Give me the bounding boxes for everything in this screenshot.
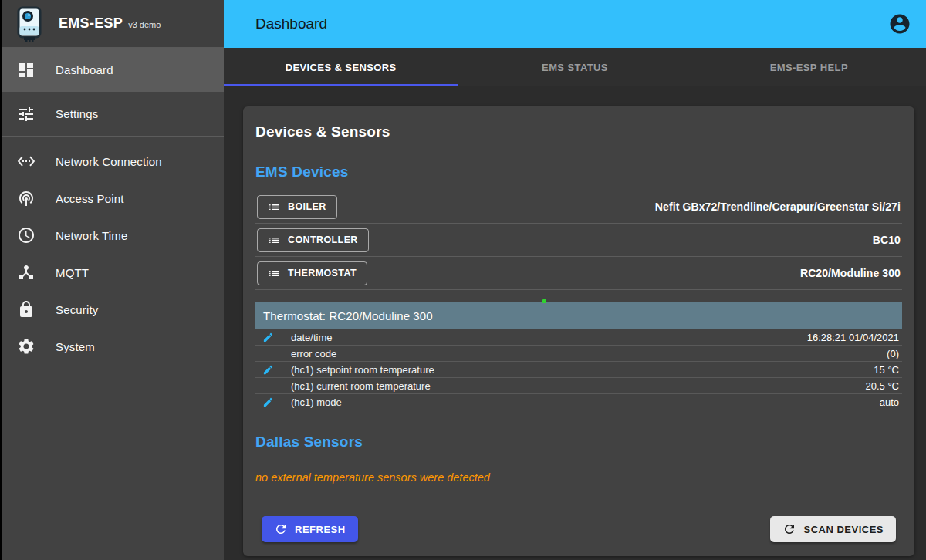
edit-pencil-icon[interactable] bbox=[262, 332, 274, 343]
refresh-icon bbox=[274, 522, 288, 536]
device-hub-icon bbox=[17, 263, 35, 282]
device-type-label: BOILER bbox=[288, 201, 326, 212]
sidebar-item-label: Security bbox=[56, 303, 98, 316]
tab-devices-sensors[interactable]: DEVICES & SENSORS bbox=[224, 48, 458, 86]
no-sensors-message: no external temperature sensors were det… bbox=[255, 471, 902, 484]
row-label: (hc1) current room temperature bbox=[291, 380, 431, 392]
edit-cell bbox=[255, 364, 291, 376]
edit-pencil-icon[interactable] bbox=[262, 396, 274, 408]
tab-ems-esp-help[interactable]: EMS-ESP HELP bbox=[692, 48, 926, 86]
sidebar-item-label: Dashboard bbox=[56, 63, 113, 76]
app-window: EMS-ESP v3 demo Dashboard Settings bbox=[0, 0, 926, 560]
account-circle-icon bbox=[888, 12, 911, 35]
app-name: EMS-ESP bbox=[59, 15, 123, 32]
edit-pencil-icon[interactable] bbox=[262, 364, 274, 376]
thermostat-detail-header: Thermostat: RC20/Moduline 300 bbox=[255, 302, 902, 329]
device-model: BC10 bbox=[873, 234, 901, 246]
tune-icon bbox=[17, 105, 35, 123]
row-label: error code bbox=[291, 348, 336, 359]
sidebar-header: EMS-ESP v3 demo bbox=[0, 0, 224, 48]
row-value: (0) bbox=[887, 348, 899, 359]
wifi-tethering-icon bbox=[17, 189, 35, 207]
ems-devices-heading: EMS Devices bbox=[255, 164, 902, 180]
detail-row-date-time: date/time 16:28:21 01/04/2021 bbox=[255, 329, 902, 346]
row-value: 16:28:21 01/04/2021 bbox=[807, 332, 899, 343]
lock-icon bbox=[17, 300, 35, 319]
refresh-button-label: REFRESH bbox=[295, 524, 346, 535]
device-row-boiler: BOILER Nefit GBx72/Trendline/Cerapur/Gre… bbox=[255, 191, 902, 224]
ethernet-icon bbox=[17, 152, 35, 170]
card-title: Devices & Sensors bbox=[255, 123, 902, 140]
sidebar: EMS-ESP v3 demo Dashboard Settings bbox=[0, 0, 224, 560]
sidebar-item-label: Network Connection bbox=[56, 155, 162, 168]
device-type-label: CONTROLLER bbox=[288, 234, 358, 245]
sidebar-item-label: MQTT bbox=[56, 266, 89, 279]
boiler-logo-icon bbox=[12, 5, 46, 42]
gear-icon bbox=[17, 337, 35, 356]
scan-refresh-icon bbox=[782, 522, 796, 536]
device-row-controller: CONTROLLER BC10 bbox=[255, 224, 902, 257]
green-dot-marker bbox=[542, 299, 546, 303]
refresh-button[interactable]: REFRESH bbox=[262, 516, 358, 542]
edit-cell bbox=[255, 332, 291, 343]
thermostat-detail-section: Thermostat: RC20/Moduline 300 date/time … bbox=[255, 302, 902, 410]
tab-bar: DEVICES & SENSORS EMS STATUS EMS-ESP HEL… bbox=[224, 48, 926, 86]
detail-row-mode: (hc1) mode auto bbox=[255, 394, 902, 410]
list-icon bbox=[268, 267, 281, 280]
sidebar-item-mqtt[interactable]: MQTT bbox=[0, 254, 224, 291]
clock-icon bbox=[17, 226, 35, 245]
app-version: v3 demo bbox=[128, 20, 161, 29]
scan-devices-button[interactable]: SCAN DEVICES bbox=[770, 516, 896, 542]
list-icon bbox=[268, 234, 281, 247]
sidebar-item-network-connection[interactable]: Network Connection bbox=[0, 143, 224, 180]
sidebar-item-settings[interactable]: Settings bbox=[0, 92, 224, 136]
list-icon bbox=[268, 201, 281, 214]
actions-bar: REFRESH SCAN DEVICES bbox=[255, 516, 902, 542]
boiler-device-button[interactable]: BOILER bbox=[257, 195, 337, 219]
device-model: RC20/Moduline 300 bbox=[800, 267, 901, 279]
sidebar-item-network-time[interactable]: Network Time bbox=[0, 217, 224, 254]
device-row-thermostat: THERMOSTAT RC20/Moduline 300 bbox=[255, 257, 902, 290]
sidebar-item-dashboard[interactable]: Dashboard bbox=[0, 48, 224, 92]
detail-row-current-temperature: (hc1) current room temperature 20.5 °C bbox=[255, 378, 902, 394]
row-label: (hc1) mode bbox=[291, 396, 342, 408]
dallas-sensors-heading: Dallas Sensors bbox=[255, 433, 902, 450]
account-button[interactable] bbox=[887, 11, 913, 37]
sidebar-item-access-point[interactable]: Access Point bbox=[0, 180, 224, 217]
row-label: date/time bbox=[291, 332, 332, 343]
detail-row-setpoint-temperature: (hc1) setpoint room temperature 15 °C bbox=[255, 362, 902, 378]
device-list: BOILER Nefit GBx72/Trendline/Cerapur/Gre… bbox=[255, 191, 902, 290]
tab-ems-status[interactable]: EMS STATUS bbox=[458, 48, 691, 86]
edit-cell bbox=[255, 396, 291, 408]
sidebar-nav: Dashboard Settings Network Connection bbox=[0, 48, 224, 365]
appbar: Dashboard bbox=[224, 0, 926, 48]
scan-devices-button-label: SCAN DEVICES bbox=[803, 524, 884, 535]
device-model: Nefit GBx72/Trendline/Cerapur/Greenstar … bbox=[655, 201, 901, 213]
sidebar-item-label: System bbox=[56, 340, 95, 353]
row-value: 15 °C bbox=[874, 364, 899, 376]
row-value: 20.5 °C bbox=[865, 380, 899, 392]
dashboard-icon bbox=[17, 61, 35, 79]
sidebar-item-label: Access Point bbox=[56, 192, 124, 205]
brand: EMS-ESP v3 demo bbox=[59, 15, 161, 32]
sidebar-item-label: Settings bbox=[56, 107, 98, 120]
row-label: (hc1) setpoint room temperature bbox=[291, 364, 434, 376]
detail-row-error-code: error code (0) bbox=[255, 346, 902, 362]
thermostat-device-button[interactable]: THERMOSTAT bbox=[257, 261, 367, 285]
devices-sensors-card: Devices & Sensors EMS Devices BOILER Nef… bbox=[243, 106, 914, 556]
window-left-edge bbox=[0, 0, 2, 560]
device-type-label: THERMOSTAT bbox=[288, 268, 357, 278]
page-title: Dashboard bbox=[255, 15, 887, 32]
sidebar-item-system[interactable]: System bbox=[0, 328, 224, 365]
sidebar-item-label: Network Time bbox=[56, 229, 128, 242]
row-value: auto bbox=[880, 396, 899, 408]
sidebar-item-security[interactable]: Security bbox=[0, 291, 224, 328]
main-area: Dashboard DEVICES & SENSORS EMS STATUS E… bbox=[224, 0, 926, 560]
controller-device-button[interactable]: CONTROLLER bbox=[257, 228, 369, 252]
content-area: Devices & Sensors EMS Devices BOILER Nef… bbox=[224, 86, 926, 560]
